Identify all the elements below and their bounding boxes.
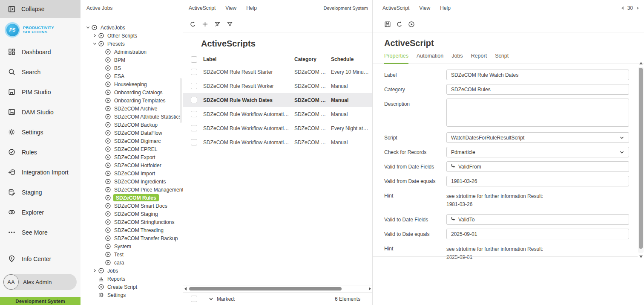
tree-node[interactable]: Other Scripts xyxy=(80,32,183,40)
tree-node[interactable]: Settings xyxy=(80,291,183,299)
tab-report[interactable]: Report xyxy=(471,53,487,64)
column-header-category[interactable]: Category xyxy=(294,56,331,62)
tree-scrollbar-thumb[interactable] xyxy=(180,78,182,123)
chevron-down-icon[interactable] xyxy=(209,296,213,301)
scroll-up-icon[interactable] xyxy=(639,62,643,64)
label-input[interactable] xyxy=(446,70,629,80)
select-all-checkbox[interactable] xyxy=(191,56,197,63)
vscroll-thumb[interactable] xyxy=(639,68,643,249)
tree-node[interactable]: SDZeCOM Ingredients xyxy=(80,177,183,186)
tree-node[interactable]: Create Script xyxy=(80,283,183,291)
tree-node[interactable]: SDZeCOM Staging xyxy=(80,210,183,218)
vscroll-track[interactable] xyxy=(638,67,644,253)
scroll-left-icon[interactable] xyxy=(184,287,187,290)
menu-item-help[interactable]: Help xyxy=(440,5,451,11)
tab-automation[interactable]: Automation xyxy=(417,53,443,64)
valid-from-equals-input[interactable] xyxy=(446,176,629,186)
tree-node[interactable]: SDZeCOM EPREL xyxy=(80,145,183,153)
row-checkbox[interactable] xyxy=(191,125,197,131)
description-textarea[interactable] xyxy=(446,99,629,127)
tree-node[interactable]: SDZeCOM Smart Docs xyxy=(80,202,183,210)
sidebar-item-settings[interactable]: Settings xyxy=(0,122,80,142)
sidebar-item-integration-import[interactable]: Integration Import xyxy=(0,162,80,182)
column-header-schedule[interactable]: Schedule xyxy=(331,56,372,62)
scroll-down-icon[interactable] xyxy=(639,256,643,258)
refresh-icon[interactable] xyxy=(189,20,196,28)
tree-node[interactable]: cara xyxy=(80,259,183,267)
tree-node[interactable]: Presets xyxy=(80,40,183,48)
table-row[interactable]: SDZeCOM Rule Workflow Automation by d...… xyxy=(183,107,372,121)
filter-clear-icon[interactable] xyxy=(214,20,221,28)
menu-item-activescript[interactable]: ActiveScript xyxy=(382,5,409,11)
tree-node[interactable]: SDZeCOM DataFlow xyxy=(80,129,183,137)
table-row[interactable]: SDZeCOM Rule Result Starter SDZeCOM Rule… xyxy=(183,65,372,79)
menu-item-view[interactable]: View xyxy=(419,5,430,11)
sidebar-item-see-more[interactable]: See More xyxy=(0,222,80,242)
valid-to-fields-input[interactable]: ValidTo xyxy=(446,214,629,225)
tree-node[interactable]: Onboarding Templates xyxy=(80,96,183,105)
expand-chevron-icon[interactable] xyxy=(92,268,98,273)
tree-node[interactable]: ESA xyxy=(80,72,183,80)
tree-node[interactable]: Test xyxy=(80,250,183,259)
user-menu[interactable]: AA Alex Admin xyxy=(3,274,77,290)
check-for-records-select[interactable]: Pdmarticle xyxy=(446,147,629,157)
sidebar-item-explorer[interactable]: Explorer xyxy=(0,202,80,222)
menu-item-activescript[interactable]: ActiveScript xyxy=(189,5,216,11)
collapse-button[interactable]: Collapse xyxy=(0,0,80,18)
filter-icon[interactable] xyxy=(226,20,233,28)
prev-record-icon[interactable] xyxy=(621,6,624,10)
refresh-icon[interactable] xyxy=(396,20,403,28)
tree-node[interactable]: BS xyxy=(80,64,183,72)
hscroll-track[interactable] xyxy=(188,287,367,290)
menu-item-help[interactable]: Help xyxy=(246,5,257,11)
tree-node[interactable]: Housekeeping xyxy=(80,80,183,88)
tree-node[interactable]: SDZeCOM Archive xyxy=(80,105,183,113)
tree-node[interactable]: System xyxy=(80,242,183,250)
column-header-label[interactable]: Label xyxy=(203,56,294,62)
sidebar-item-info-center[interactable]: Info Center xyxy=(0,249,80,269)
table-row[interactable]: SDZeCOM Rule Watch Dates SDZeCOM Rules M… xyxy=(183,93,372,107)
tree-node[interactable]: SDZeCOM Digimarc xyxy=(80,137,183,145)
tree-node[interactable]: SDZeCOM Hotfolder xyxy=(80,161,183,169)
tree-node[interactable]: BPM xyxy=(80,56,183,64)
row-checkbox[interactable] xyxy=(191,97,197,103)
sidebar-item-dam-studio[interactable]: DAM Studio xyxy=(0,102,80,122)
run-icon[interactable] xyxy=(408,20,415,28)
script-select[interactable]: WatchDatesForRuleResultScript xyxy=(446,132,629,143)
row-checkbox[interactable] xyxy=(191,139,197,145)
tree-node[interactable]: Reports xyxy=(80,275,183,283)
expand-chevron-icon[interactable] xyxy=(85,25,91,30)
tab-properties[interactable]: Properties xyxy=(384,53,408,64)
tree-node[interactable]: SDZeCOM Backup xyxy=(80,121,183,129)
scroll-right-icon[interactable] xyxy=(369,287,371,290)
tree-node[interactable]: SDZeCOM Transfer Backup xyxy=(80,234,183,242)
tree-node[interactable]: ActiveJobs xyxy=(80,23,183,32)
table-row[interactable]: SDZeCOM Rule Workflow Automation Worker … xyxy=(183,135,372,149)
row-checkbox[interactable] xyxy=(191,111,197,117)
expand-chevron-icon[interactable] xyxy=(92,41,98,46)
add-icon[interactable] xyxy=(201,20,209,28)
sidebar-item-search[interactable]: Search xyxy=(0,62,80,82)
tree-node[interactable]: SDZeCOM Rules xyxy=(80,194,183,202)
tree-node[interactable]: SDZeCOM Price Management xyxy=(80,186,183,194)
tree-node[interactable]: Onboarding Catalogs xyxy=(80,88,183,96)
expand-chevron-icon[interactable] xyxy=(92,33,98,38)
tree-node[interactable]: SDZeCOM Export xyxy=(80,153,183,161)
row-checkbox[interactable] xyxy=(191,83,197,89)
tree-node[interactable]: SDZeCOM Import xyxy=(80,169,183,177)
table-row[interactable]: SDZeCOM Rule Workflow Automation Starter… xyxy=(183,121,372,135)
tab-script[interactable]: Script xyxy=(495,53,509,64)
sidebar-item-pim-studio[interactable]: PIM Studio xyxy=(0,82,80,102)
sidebar-item-dashboard[interactable]: Dashboard xyxy=(0,42,80,62)
sidebar-item-staging[interactable]: Staging xyxy=(0,182,80,202)
menu-item-view[interactable]: View xyxy=(225,5,236,11)
tree-node[interactable]: SDZeCOM Stringfunctions xyxy=(80,218,183,226)
hscroll-thumb[interactable] xyxy=(189,287,342,290)
tree-node[interactable]: Administration xyxy=(80,48,183,56)
sidebar-item-rules[interactable]: Rules xyxy=(0,142,80,162)
row-checkbox[interactable] xyxy=(191,69,197,75)
tab-jobs[interactable]: Jobs xyxy=(451,53,463,64)
valid-to-equals-input[interactable] xyxy=(446,229,629,239)
marked-checkbox[interactable] xyxy=(191,296,197,302)
table-row[interactable]: SDZeCOM Rule Result Worker SDZeCOM Rules… xyxy=(183,79,372,93)
